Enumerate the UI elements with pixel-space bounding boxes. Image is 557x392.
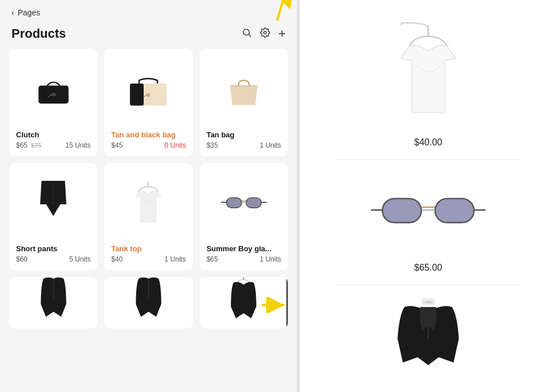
- product-units-tank: 1 Units: [164, 255, 185, 263]
- svg-rect-9: [130, 84, 144, 105]
- products-header: Products +: [0, 22, 297, 49]
- detail-divider-1: [334, 159, 522, 160]
- product-meta-tan-bag: $35 1 Units: [207, 141, 281, 149]
- detail-image-robe: LABEL: [311, 296, 546, 365]
- detail-image-tank: [311, 17, 546, 132]
- product-row-3: [9, 277, 288, 328]
- product-card-sunglasses[interactable]: Summer Boy gla... $65 1 Units: [200, 163, 288, 270]
- product-units-pants: 5 Units: [69, 255, 90, 263]
- detail-item-tank: $40.00: [311, 17, 546, 148]
- settings-icon[interactable]: [260, 27, 270, 41]
- detail-image-sunglasses: [311, 171, 546, 257]
- detail-price-tank: $40.00: [414, 137, 443, 148]
- product-card-robe3[interactable]: [200, 277, 288, 328]
- svg-point-2: [264, 31, 267, 34]
- product-units-clutch: 15 Units: [65, 141, 90, 149]
- header-actions: +: [242, 26, 286, 41]
- product-meta-clutch: $65 $75 15 Units: [16, 141, 90, 149]
- product-image-sunglasses: [207, 170, 281, 239]
- svg-point-0: [243, 29, 250, 35]
- detail-item-sunglasses: $65.00: [311, 171, 546, 273]
- product-meta-pants: $60 5 Units: [16, 255, 90, 263]
- product-name-tan-bag: Tan bag: [207, 130, 281, 139]
- search-icon[interactable]: [242, 27, 252, 41]
- product-card-tank-top[interactable]: Tank top $40 1 Units: [104, 163, 192, 270]
- right-edge-bar: [286, 277, 288, 328]
- product-row-1: Clutch $65 $75 15 Units: [9, 49, 288, 156]
- product-price-tank: $40: [111, 255, 123, 263]
- page-title: Products: [11, 26, 66, 41]
- product-card-tan-black-bag[interactable]: Tan and black bag $45 0 Units: [104, 49, 192, 156]
- product-price-sunglasses: $65: [207, 255, 218, 263]
- product-card-clutch[interactable]: Clutch $65 $75 15 Units: [9, 49, 97, 156]
- svg-rect-29: [382, 199, 421, 223]
- svg-rect-18: [246, 197, 261, 208]
- product-image-tan-black: [111, 56, 185, 125]
- product-name-tank: Tank top: [111, 244, 185, 253]
- add-icon[interactable]: +: [278, 26, 286, 41]
- product-name-sunglasses: Summer Boy gla...: [207, 244, 281, 253]
- back-label: Pages: [18, 8, 41, 17]
- svg-text:LABEL: LABEL: [423, 300, 433, 304]
- product-price-clutch: $65 $75: [16, 141, 42, 149]
- product-meta-tan-black: $45 0 Units: [111, 141, 185, 149]
- product-units-tan-black: 0 Units: [164, 141, 185, 149]
- product-row-2: Short pants $60 5 Units: [9, 163, 288, 270]
- product-original-price: $75: [31, 142, 41, 149]
- product-meta-tank: $40 1 Units: [111, 255, 185, 263]
- product-card-short-pants[interactable]: Short pants $60 5 Units: [9, 163, 97, 270]
- svg-point-10: [147, 93, 150, 97]
- product-units-tan-bag: 1 Units: [260, 141, 281, 149]
- svg-rect-30: [435, 199, 474, 223]
- products-grid: Clutch $65 $75 15 Units: [0, 49, 297, 392]
- product-card-robe1[interactable]: [9, 277, 97, 328]
- svg-line-1: [249, 34, 251, 37]
- detail-price-sunglasses: $65.00: [414, 263, 443, 273]
- product-price-tan-black: $45: [111, 141, 123, 149]
- product-price-pants: $60: [16, 255, 27, 263]
- product-name-clutch: Clutch: [16, 130, 90, 139]
- product-image-pants: [16, 170, 90, 239]
- left-panel: ‹ Pages Products +: [0, 0, 298, 392]
- svg-point-6: [51, 93, 56, 96]
- product-image-tank: [111, 170, 185, 239]
- arrow-annotation-right: [259, 297, 288, 315]
- product-name-pants: Short pants: [16, 244, 90, 253]
- product-image-tan-bag: [207, 56, 281, 125]
- product-meta-sunglasses: $65 1 Units: [207, 255, 281, 263]
- product-card-tan-bag[interactable]: Tan bag $35 1 Units: [200, 49, 288, 156]
- right-panel: $40.00 $65.00 LABEL: [298, 0, 557, 392]
- product-name-tan-black: Tan and black bag: [111, 130, 185, 139]
- detail-item-robe: LABEL: [311, 296, 546, 365]
- back-nav[interactable]: ‹ Pages: [0, 0, 297, 22]
- product-card-robe2[interactable]: [104, 277, 192, 328]
- product-units-sunglasses: 1 Units: [260, 255, 281, 263]
- detail-divider-2: [334, 284, 522, 285]
- back-chevron-icon: ‹: [11, 8, 14, 17]
- svg-rect-17: [226, 197, 241, 208]
- product-price-tan-bag: $35: [207, 141, 218, 149]
- product-image-clutch: [16, 56, 90, 125]
